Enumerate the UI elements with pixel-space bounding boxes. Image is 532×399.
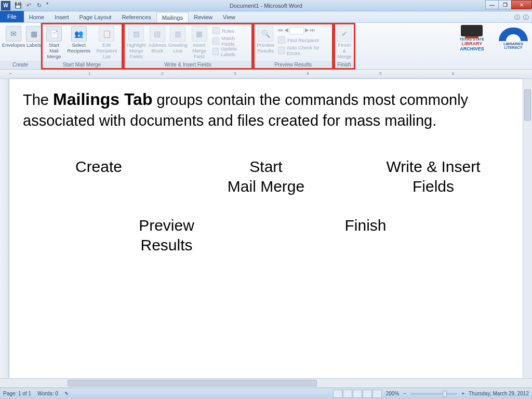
minimize-ribbon-icon[interactable]: ⓘ [514,14,520,21]
last-record-icon[interactable]: ⏭ [310,27,315,34]
envelopes-button[interactable]: ✉Envelopes [2,25,25,49]
finish-merge-button[interactable]: ✔Finish & Merge [336,25,353,61]
document-icon: 📄 [46,26,62,42]
start-mail-merge-button[interactable]: 📄Start Mail Merge [43,25,65,61]
minimize-button[interactable]: — [485,0,499,9]
record-nav: ⏮ ◀ ▶ ⏭ [276,25,331,35]
zoom-slider-thumb[interactable] [443,391,447,397]
document-area: The Mailings Tab groups contain the comm… [0,79,532,388]
list-icon: 📋 [99,26,114,42]
scroll-thumb[interactable] [524,89,531,121]
tab-insert[interactable]: Insert [49,12,74,22]
update-labels-button[interactable]: Update Labels [212,47,248,56]
help-area: ⓘ ⓘ [514,14,529,21]
rules-icon [212,27,220,34]
zoom-in-icon[interactable]: + [461,391,464,396]
check-icon [278,47,285,54]
update-icon [212,48,219,55]
date-display: Thursday, March 29, 2012 [469,391,529,396]
zoom-slider[interactable] [410,393,457,395]
labels-button[interactable]: ▦Labels [25,25,43,49]
page-indicator[interactable]: Page: 1 of 1 [3,391,31,396]
full-screen-view-button[interactable] [343,390,352,398]
print-layout-view-button[interactable] [333,390,342,398]
find-recipient-button[interactable]: Find Recipient [278,35,329,45]
qat-dropdown-icon[interactable]: ▾ [45,1,50,10]
address-block-button[interactable]: ▤Address Block [147,25,167,55]
label-finish: Finish [274,216,457,255]
vertical-scrollbar[interactable] [523,79,532,388]
document-page[interactable]: The Mailings Tab groups contain the comm… [9,79,523,388]
groups-grid-row1: Create Start Mail Merge Write & Insert F… [23,157,509,196]
close-button[interactable]: ✕ [511,0,532,9]
greeting-icon: ▥ [170,26,185,42]
match-icon [212,37,220,45]
spellcheck-icon[interactable]: ✎ [64,391,69,396]
tab-home[interactable]: Home [24,12,49,22]
edit-recipient-list-button[interactable]: 📋Edit Recipient List [93,25,121,61]
intro-paragraph: The Mailings Tab groups contain the comm… [23,88,509,131]
group-finish: ✔Finish & Merge Finish [334,23,355,69]
zoom-out-icon[interactable]: − [403,391,406,396]
maximize-button[interactable]: ❐ [498,0,512,9]
label-start-mail-merge: Start Mail Merge [190,157,342,196]
horizontal-ruler[interactable]: ⌐ 1 2 3 4 5 6 [0,70,532,79]
select-recipients-button[interactable]: 👥Select Recipients [65,25,92,55]
file-tab[interactable]: File [0,11,24,22]
horizontal-scrollbar[interactable] [0,378,532,388]
greeting-line-button[interactable]: ▥Greeting Line [167,25,188,55]
highlight-merge-fields-button[interactable]: ▨Highlight Merge Fields [125,25,147,61]
highlight-icon: ▨ [128,26,144,42]
find-icon [278,36,285,44]
tab-mailings[interactable]: Mailings [156,12,189,22]
label-create: Create [23,157,175,196]
field-icon: ▦ [192,26,207,42]
window-title: Document1 - Microsoft Word [230,3,302,9]
people-icon: 👥 [71,26,87,42]
magnifier-icon: 🔍 [258,26,273,42]
building-icon [461,25,483,36]
group-label: Write & Insert Fields [123,61,252,69]
group-create: ✉Envelopes ▦Labels Create [0,23,41,69]
next-record-icon[interactable]: ▶ [305,27,309,34]
quick-access-toolbar: 💾 ↶ ↻ ▾ [14,1,50,10]
library-archives-logo: TEXAS STATE LIBRARY ARCHIVES [460,25,484,51]
first-record-icon[interactable]: ⏮ [278,27,283,34]
rules-button[interactable]: Rules [212,26,248,35]
undo-icon[interactable]: ↶ [24,1,33,10]
libraries-literacy-logo: LIBRARIES LITERACY [499,28,528,49]
ribbon-tabs: File Home Insert Page Layout References … [0,11,532,23]
title-bar: W 💾 ↶ ↻ ▾ Document1 - Microsoft Word — ❐… [0,0,532,11]
web-layout-view-button[interactable] [353,390,362,398]
group-label: Finish [334,61,355,69]
help-icon[interactable]: ⓘ [523,14,529,21]
logos: TEXAS STATE LIBRARY ARCHIVES LIBRARIES L… [460,25,528,51]
draft-view-button[interactable] [373,390,382,398]
tab-review[interactable]: Review [189,12,218,22]
insert-merge-field-button[interactable]: ▦Insert Merge Field [188,25,210,61]
save-icon[interactable]: 💾 [14,1,23,10]
hscroll-thumb[interactable] [68,380,317,387]
preview-results-button[interactable]: 🔍Preview Results [255,25,276,55]
word-count[interactable]: Words: 0 [37,391,58,396]
prev-record-icon[interactable]: ◀ [284,27,288,34]
ribbon: ✉Envelopes ▦Labels Create 📄Start Mail Me… [0,23,532,70]
small-buttons: Rules Match Fields Update Labels [210,25,250,57]
label-preview-results: Preview Results [75,216,258,255]
zoom-level[interactable]: 200% [386,391,400,396]
vertical-ruler[interactable] [0,79,9,388]
match-fields-button[interactable]: Match Fields [212,36,248,46]
tab-view[interactable]: View [218,12,241,22]
group-write-insert-fields: ▨Highlight Merge Fields ▤Address Block ▥… [123,23,253,69]
group-label: Start Mail Merge [41,61,123,69]
auto-check-errors-button[interactable]: Auto Check for Errors [278,46,329,55]
tab-page-layout[interactable]: Page Layout [74,12,117,22]
groups-grid-row2: Preview Results Finish [23,216,509,255]
word-app-icon: W [1,1,10,10]
outline-view-button[interactable] [363,390,372,398]
envelope-icon: ✉ [6,26,21,42]
group-label: Preview Results [253,61,333,69]
record-number-input[interactable] [289,27,304,34]
redo-icon[interactable]: ↻ [34,1,44,10]
tab-references[interactable]: References [116,12,156,22]
